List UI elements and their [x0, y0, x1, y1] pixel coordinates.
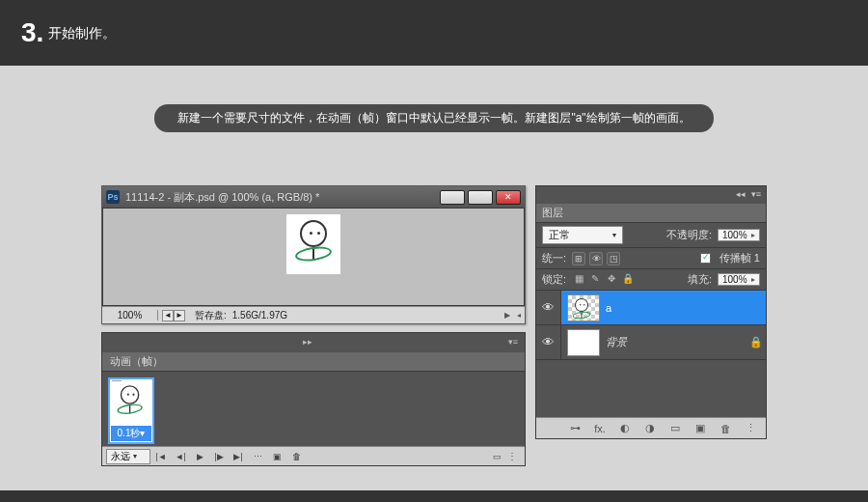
- zoom-field[interactable]: 100%: [102, 310, 158, 321]
- scratch-value: 1.56G/1.97G: [232, 310, 287, 321]
- document-window: Ps 11114-2 - 副本.psd @ 100% (a, RGB/8) * …: [101, 185, 526, 324]
- link-layers-icon[interactable]: ⊶: [567, 422, 583, 434]
- layer-list: 👁 a 👁 背景 🔒: [536, 290, 766, 417]
- panels-row: Ps 11114-2 - 副本.psd @ 100% (a, RGB/8) * …: [0, 185, 868, 466]
- minimize-button[interactable]: —: [440, 190, 465, 205]
- next-frame-button[interactable]: |▶: [210, 450, 228, 463]
- dropdown-arrow-icon[interactable]: ▶: [502, 311, 513, 320]
- collapse-icon[interactable]: ▸▸: [302, 337, 313, 349]
- canvas[interactable]: [286, 214, 340, 274]
- instruction-caption: 新建一个需要尺寸的文件，在动画（帧）窗口中默认已经显示一帧。新建图层"a"绘制第…: [154, 104, 713, 132]
- collapse-icon[interactable]: ◂◂: [735, 189, 746, 201]
- nav-arrows: ◄ ►: [162, 310, 185, 321]
- lock-all-icon[interactable]: 🔒: [621, 273, 635, 287]
- delete-layer-icon[interactable]: 🗑: [718, 423, 733, 434]
- window-titlebar[interactable]: Ps 11114-2 - 副本.psd @ 100% (a, RGB/8) * …: [102, 186, 525, 208]
- step-number: 3.: [21, 17, 43, 47]
- document-column: Ps 11114-2 - 副本.psd @ 100% (a, RGB/8) * …: [101, 185, 526, 466]
- scroll-left-icon[interactable]: ◂: [513, 311, 525, 320]
- step-text: 开始制作。: [48, 25, 116, 41]
- layer-style-icon[interactable]: fx.: [592, 423, 608, 434]
- layers-panel-header: ◂◂▾≡: [536, 186, 766, 204]
- layer-a[interactable]: 👁 a: [536, 290, 766, 324]
- animation-controls: 永远▾ |◄ ◄| ▶ |▶ ▶| ⋯ ▣ 🗑 ▭ ⋮: [102, 446, 525, 465]
- delete-frame-button[interactable]: 🗑: [287, 450, 305, 463]
- canvas-area[interactable]: [102, 208, 525, 306]
- layers-column: ◂◂▾≡ 图层 正常▾ 不透明度: 100%▸ 统一: ⊞ 👁 ◳: [535, 185, 767, 466]
- lock-position-icon[interactable]: ✥: [605, 273, 618, 287]
- prev-frame-button[interactable]: ◄|: [172, 450, 189, 463]
- window-controls: — ▢ ✕: [440, 190, 521, 205]
- opacity-field[interactable]: 100%▸: [718, 229, 760, 241]
- tween-button[interactable]: ⋯: [249, 450, 266, 463]
- timeline-mode-button[interactable]: ▭: [488, 450, 505, 463]
- unify-position-icon[interactable]: ⊞: [572, 252, 585, 265]
- frame-thumbnail: [111, 381, 151, 426]
- new-layer-icon[interactable]: ▣: [692, 422, 708, 434]
- unify-row: 统一: ⊞ 👁 ◳ 传播帧 1: [536, 247, 766, 268]
- duplicate-frame-button[interactable]: ▣: [268, 450, 285, 463]
- visibility-toggle[interactable]: 👁: [536, 325, 561, 359]
- propagate-label: 传播帧 1: [719, 251, 760, 265]
- lock-row: 锁定: ▦ ✎ ✥ 🔒 填充: 100%▸: [536, 268, 766, 290]
- layer-name[interactable]: 背景: [606, 335, 746, 349]
- lock-pixels-icon[interactable]: ✎: [588, 273, 602, 287]
- panel-menu-icon[interactable]: ▾≡: [750, 189, 762, 201]
- fill-field[interactable]: 100%▸: [718, 273, 760, 286]
- group-icon[interactable]: ▭: [667, 422, 683, 434]
- layers-panel: ◂◂▾≡ 图层 正常▾ 不透明度: 100%▸ 统一: ⊞ 👁 ◳: [535, 185, 767, 439]
- scratch-label: 暂存盘:: [189, 309, 232, 322]
- doodle-figure: [286, 214, 340, 274]
- layer-thumbnail: [567, 329, 600, 356]
- panel-options-icon[interactable]: ⋮: [743, 422, 758, 434]
- close-button[interactable]: ✕: [496, 190, 521, 205]
- frame-delay[interactable]: 0.1秒▾: [111, 426, 151, 441]
- unify-visibility-icon[interactable]: 👁: [589, 252, 603, 265]
- last-frame-button[interactable]: ▶|: [230, 450, 247, 463]
- panel-menu-icon[interactable]: ▾≡: [507, 337, 519, 349]
- maximize-button[interactable]: ▢: [468, 190, 493, 205]
- unify-label: 统一:: [542, 251, 566, 265]
- document-status-bar: 100% ◄ ► 暂存盘: 1.56G/1.97G ▶ ◂: [102, 306, 525, 323]
- animation-panel-header: ▸▸ ▾≡: [102, 333, 525, 352]
- blend-row: 正常▾ 不透明度: 100%▸: [536, 222, 766, 247]
- frames-area[interactable]: 1 0.1秒▾: [102, 371, 525, 446]
- content-area: 新建一个需要尺寸的文件，在动画（帧）窗口中默认已经显示一帧。新建图层"a"绘制第…: [0, 66, 868, 490]
- next-icon[interactable]: ►: [174, 310, 185, 321]
- propagate-checkbox[interactable]: [700, 253, 711, 264]
- blend-mode-select[interactable]: 正常▾: [542, 226, 623, 244]
- animation-tab[interactable]: 动画（帧）: [102, 352, 525, 371]
- panel-close-icon[interactable]: ⋮: [507, 451, 521, 461]
- loop-select[interactable]: 永远▾: [106, 449, 150, 464]
- fill-label: 填充:: [688, 272, 712, 287]
- play-button[interactable]: ▶: [191, 450, 208, 463]
- prev-icon[interactable]: ◄: [162, 310, 174, 321]
- window-title: 11114-2 - 副本.psd @ 100% (a, RGB/8) *: [125, 190, 440, 205]
- visibility-toggle[interactable]: 👁: [536, 291, 561, 324]
- layers-footer: ⊶ fx. ◐ ◑ ▭ ▣ 🗑 ⋮: [536, 417, 766, 438]
- layer-background[interactable]: 👁 背景 🔒: [536, 324, 766, 359]
- lock-label: 锁定:: [542, 272, 566, 287]
- lock-icon: 🔒: [746, 336, 766, 349]
- layer-mask-icon[interactable]: ◐: [617, 422, 633, 434]
- app-icon: Ps: [106, 190, 120, 204]
- layers-tab[interactable]: 图层: [536, 204, 766, 222]
- layer-thumbnail: [567, 294, 600, 321]
- layer-name[interactable]: a: [606, 302, 766, 314]
- adjustment-layer-icon[interactable]: ◑: [642, 422, 658, 434]
- unify-style-icon[interactable]: ◳: [607, 252, 620, 265]
- animation-panel: ▸▸ ▾≡ 动画（帧） 1 0.1秒▾: [101, 332, 526, 466]
- first-frame-button[interactable]: |◄: [152, 450, 170, 463]
- lock-transparency-icon[interactable]: ▦: [572, 273, 585, 287]
- opacity-label: 不透明度:: [666, 228, 712, 242]
- tutorial-header: 3. 开始制作。: [0, 0, 868, 66]
- frame-1[interactable]: 1 0.1秒▾: [108, 377, 154, 444]
